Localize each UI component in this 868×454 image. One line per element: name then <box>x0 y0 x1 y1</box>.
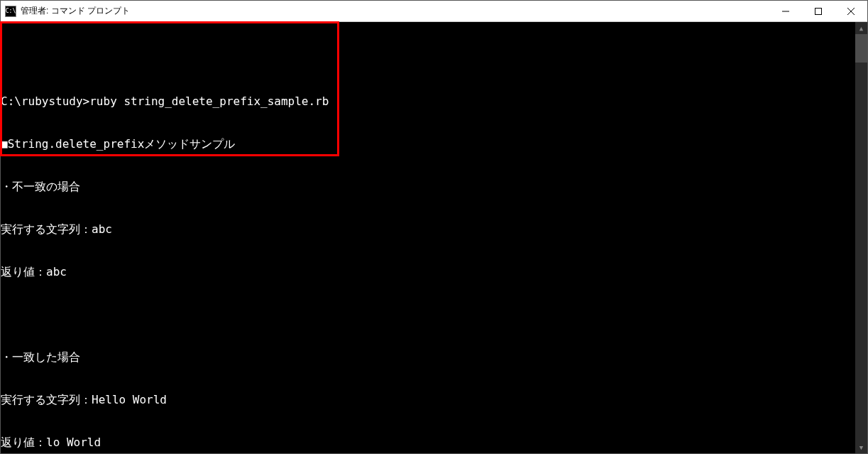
maximize-button[interactable] <box>802 1 835 21</box>
terminal-area[interactable]: C:\rubystudy>ruby string_delete_prefix_s… <box>1 22 867 453</box>
minimize-button[interactable] <box>769 1 802 21</box>
window-title: 管理者: コマンド プロンプト <box>21 5 769 17</box>
terminal-line: 実行する文字列：Hello World <box>1 393 855 407</box>
terminal-content: C:\rubystudy>ruby string_delete_prefix_s… <box>1 23 855 453</box>
close-button[interactable] <box>835 1 867 21</box>
terminal-line <box>1 52 855 66</box>
titlebar[interactable]: C:\ 管理者: コマンド プロンプト <box>1 1 867 22</box>
svg-rect-1 <box>815 8 822 14</box>
terminal-line: ・一致した場合 <box>1 350 855 364</box>
scroll-up-arrow-icon[interactable]: ▲ <box>855 22 867 34</box>
terminal-line: ・不一致の場合 <box>1 180 855 194</box>
terminal-line: C:\rubystudy>ruby string_delete_prefix_s… <box>1 94 855 109</box>
terminal-line <box>1 308 855 322</box>
vertical-scrollbar[interactable]: ▲ ▼ <box>855 22 867 453</box>
cmd-icon-text: C:\ <box>6 8 16 14</box>
window-controls <box>769 1 867 21</box>
scroll-down-arrow-icon[interactable]: ▼ <box>855 441 867 453</box>
cmd-icon: C:\ <box>5 6 16 17</box>
terminal-line: 返り値：lo World <box>1 436 855 450</box>
terminal-line: ■String.delete_prefixメソッドサンプル <box>1 137 855 151</box>
terminal-line: 返り値：abc <box>1 265 855 279</box>
terminal-line: 実行する文字列：abc <box>1 222 855 237</box>
scrollbar-thumb[interactable] <box>855 34 867 63</box>
command-prompt-window: C:\ 管理者: コマンド プロンプト C:\rubystudy>ruby st… <box>0 0 868 454</box>
